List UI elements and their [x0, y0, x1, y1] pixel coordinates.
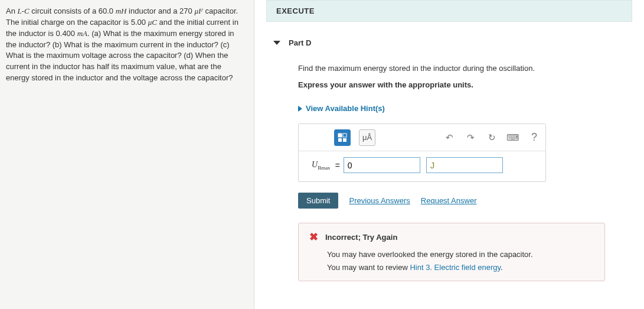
svg-rect-1 — [343, 134, 346, 137]
hints-label: View Available Hint(s) — [306, 104, 385, 113]
unit-uF: μF — [194, 6, 202, 15]
keyboard-button[interactable]: ⌨ — [506, 131, 519, 144]
help-button[interactable]: ? — [528, 131, 541, 144]
feedback-line-1: You may have overlooked the energy store… — [327, 248, 596, 261]
answer-box: μÅ ↶ ↷ ↻ ⌨ ? UBmax = — [298, 123, 546, 182]
svg-rect-0 — [338, 134, 342, 137]
problem-statement: An L-C circuit consists of a 60.0 mH ind… — [0, 0, 254, 309]
answer-variable: UBmax — [312, 160, 331, 171]
answer-input-row: UBmax = — [299, 151, 545, 181]
chevron-right-icon — [298, 106, 302, 112]
reset-button[interactable]: ↻ — [485, 131, 498, 144]
submit-button[interactable]: Submit — [298, 193, 338, 209]
part-prompt: Find the maximum energy stored in the in… — [298, 63, 620, 74]
feedback-line-2: You may want to review Hint 3. Electric … — [327, 261, 596, 274]
hint-3-link[interactable]: Hint 3. Electric field energy — [410, 263, 501, 272]
part-header[interactable]: Part D — [266, 35, 632, 52]
unit-uC: μC — [148, 18, 157, 27]
undo-button[interactable]: ↶ — [443, 131, 456, 144]
redo-button[interactable]: ↷ — [464, 131, 477, 144]
text: An — [6, 6, 18, 15]
text: inductor and a 270 — [126, 6, 194, 15]
view-hints-toggle[interactable]: View Available Hint(s) — [298, 104, 385, 113]
request-answer-link[interactable]: Request Answer — [421, 196, 477, 205]
submit-row: Submit Previous Answers Request Answer — [298, 193, 620, 209]
unit-mH: mH — [116, 6, 127, 15]
svg-rect-2 — [338, 138, 342, 142]
feedback-title: Incorrect; Try Again — [325, 233, 397, 242]
templates-button[interactable] — [334, 129, 351, 146]
units-button[interactable]: μÅ — [359, 129, 375, 146]
execute-header: EXECUTE — [266, 0, 632, 22]
previous-answers-link[interactable]: Previous Answers — [349, 196, 410, 205]
text: circuit consists of a 60.0 — [30, 6, 116, 15]
incorrect-x-icon: ✖ — [309, 230, 318, 243]
unit-mA: mA — [77, 29, 87, 38]
svg-rect-3 — [343, 138, 346, 142]
equals-sign: = — [335, 161, 340, 170]
chevron-down-icon — [273, 41, 280, 45]
part-units-instruction: Express your answer with the appropriate… — [298, 79, 620, 91]
unit-input[interactable] — [426, 157, 503, 173]
answer-toolbar: μÅ ↶ ↷ ↻ ⌨ ? — [299, 124, 545, 151]
math: L-C — [18, 6, 30, 15]
feedback-panel: ✖ Incorrect; Try Again You may have over… — [298, 223, 605, 281]
part-label: Part D — [289, 38, 311, 47]
value-input[interactable] — [344, 157, 420, 173]
